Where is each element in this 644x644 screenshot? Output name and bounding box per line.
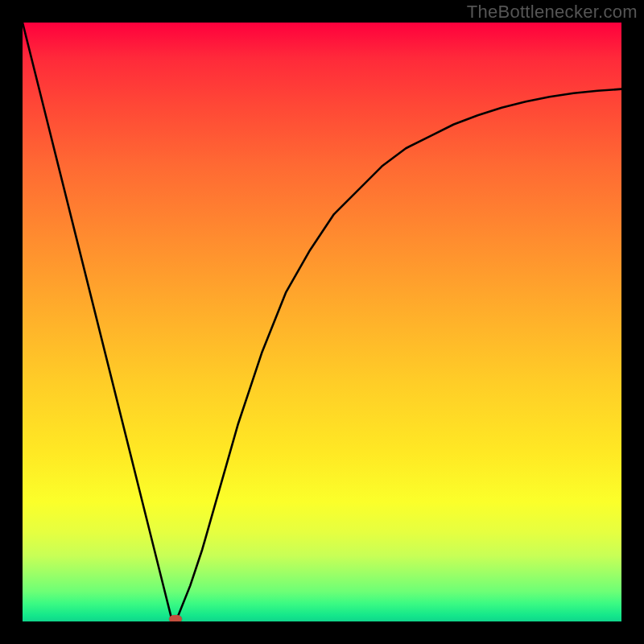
chart-frame: TheBottlenecker.com xyxy=(0,0,644,644)
plot-area xyxy=(23,23,621,621)
optimal-marker xyxy=(169,615,182,621)
curve-path xyxy=(23,23,621,621)
bottleneck-curve xyxy=(23,23,621,621)
watermark-label: TheBottlenecker.com xyxy=(467,2,638,23)
